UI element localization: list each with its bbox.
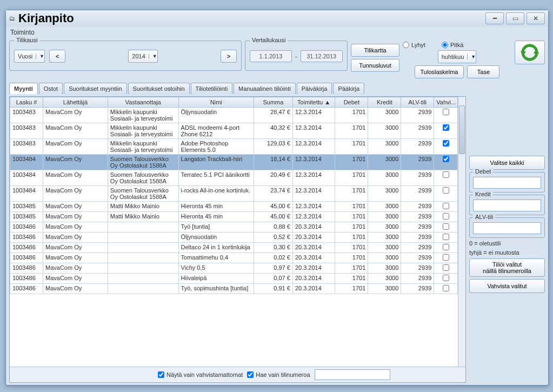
- tilikartta-button[interactable]: Tilikartta: [351, 44, 399, 57]
- refresh-icon: [519, 43, 540, 62]
- tab-tiliotetiliointi[interactable]: Tiliotetiliöinti: [191, 83, 233, 94]
- chevron-down-icon: ▼: [467, 54, 476, 59]
- minimize-button[interactable]: ━: [485, 12, 504, 24]
- compare-to-input[interactable]: [301, 50, 343, 62]
- table-row[interactable]: 1003485MavaCom OyMatti Mikko MainioHiero…: [10, 212, 458, 222]
- close-button[interactable]: ✕: [527, 12, 545, 24]
- col-toimitettu[interactable]: Toimitettu ▲: [292, 97, 335, 108]
- col-lasku[interactable]: Lasku #: [10, 97, 43, 108]
- col-alvtili[interactable]: ALV-tili: [401, 97, 434, 108]
- window-title: Kirjanpito: [18, 11, 74, 25]
- col-lahettaja[interactable]: Lähettäjä: [43, 97, 108, 108]
- vahvi-checkbox[interactable]: [443, 140, 449, 147]
- vahvi-checkbox[interactable]: [443, 285, 449, 291]
- col-debet[interactable]: Debet: [335, 97, 368, 108]
- table-row[interactable]: 1003486MavaCom OyHiivaleipä0,07 €20.3.20…: [10, 274, 458, 284]
- table-row[interactable]: 1003486MavaCom OyTomaattimehu 0,40,02 €2…: [10, 253, 458, 263]
- year-value: 2014: [129, 53, 148, 59]
- col-vastaanottaja[interactable]: Vastaanottaja: [108, 97, 178, 108]
- chevron-down-icon: ▼: [149, 54, 157, 59]
- hint-oletustili: 0 = oletustili: [469, 240, 545, 247]
- tab-manuaalinen[interactable]: Manuaalinen tiliöinti: [234, 83, 296, 94]
- vuosi-dropdown[interactable]: Vuosi ▼: [14, 50, 45, 63]
- tab-ostot[interactable]: Ostot: [39, 83, 63, 94]
- vahvi-checkbox[interactable]: [443, 156, 449, 162]
- col-vahvi[interactable]: Vahvi...: [434, 97, 458, 108]
- tab-myynti[interactable]: Myynti: [9, 83, 38, 94]
- alvtili-label: ALV-tili: [473, 214, 495, 220]
- vahvi-checkbox[interactable]: [443, 124, 449, 131]
- debet-label: Debet: [473, 168, 493, 175]
- table-row[interactable]: 1003486MavaCom OyÖljynsuodatin0,52 €20.3…: [10, 232, 458, 243]
- table-row[interactable]: 1003486MavaCom OyTyö [tuntia]0,88 €20.3.…: [10, 222, 458, 232]
- titlebar: 🗂 Kirjanpito ━ ▭ ✕: [6, 10, 548, 26]
- fieldset-vertailukausi: Vertailukausi -: [245, 41, 348, 71]
- vahvi-checkbox[interactable]: [443, 171, 449, 178]
- next-year-button[interactable]: >: [221, 50, 237, 63]
- table-row[interactable]: 1003483MavaCom OyMikkelin kaupunki Sosia…: [10, 123, 458, 139]
- fieldset-tilikausi: Tilikausi Vuosi ▼ < 2014 ▼ >: [9, 41, 242, 71]
- refresh-button[interactable]: [515, 41, 545, 64]
- menu-toiminto[interactable]: Toiminto: [10, 29, 35, 36]
- hint-muutos: tyhjä = ei muutosta: [469, 249, 545, 256]
- vahvi-checkbox[interactable]: [443, 275, 449, 281]
- col-nimi[interactable]: Nimi: [178, 97, 254, 108]
- lyhyt-radio[interactable]: Lyhyt: [403, 42, 425, 48]
- vuosi-label: Vuosi: [15, 53, 36, 59]
- vahvi-checkbox[interactable]: [443, 213, 449, 220]
- tuloslaskelma-button[interactable]: Tuloslaskelma: [415, 65, 464, 78]
- table-row[interactable]: 1003483MavaCom OyMikkelin kaupunki Sosia…: [10, 139, 458, 155]
- vahvi-checkbox[interactable]: [443, 203, 449, 209]
- year-dropdown[interactable]: 2014 ▼: [128, 50, 157, 63]
- col-kredit[interactable]: Kredit: [368, 97, 401, 108]
- compare-from-input[interactable]: [250, 50, 292, 62]
- vertailukausi-legend: Vertailukausi: [250, 37, 288, 43]
- tunnusluvut-button[interactable]: Tunnusluvut: [351, 59, 399, 72]
- tab-paivakirja[interactable]: Päiväkirja: [297, 83, 332, 94]
- vahvi-checkbox[interactable]: [443, 234, 449, 240]
- kredit-label: Kredit: [473, 191, 493, 197]
- vahvi-checkbox[interactable]: [443, 244, 449, 250]
- app-icon: 🗂: [9, 15, 15, 22]
- search-tilinumero-input[interactable]: [315, 369, 390, 380]
- month-dropdown[interactable]: huhtikuu ▼: [438, 50, 477, 63]
- month-value: huhtikuu: [438, 54, 468, 60]
- col-summa[interactable]: Summa: [254, 97, 293, 108]
- vahvi-checkbox[interactable]: [443, 223, 449, 230]
- maximize-button[interactable]: ▭: [506, 12, 524, 24]
- table-footer: Näytä vain vahvistamattomat Hae vain til…: [10, 367, 465, 382]
- hae-vain-checkbox[interactable]: Hae vain tilinumeroa: [247, 371, 310, 378]
- prev-year-button[interactable]: <: [49, 50, 65, 63]
- tab-paakirja[interactable]: Pääkirja: [333, 83, 364, 94]
- table-row[interactable]: 1003486MavaCom OyTyö, sopimushinta [tunt…: [10, 284, 458, 294]
- table-row[interactable]: 1003484MavaCom OySuomen Talousverkko Oy …: [10, 155, 458, 170]
- date-sep: -: [295, 53, 297, 59]
- pitka-radio[interactable]: Pitkä: [442, 42, 463, 48]
- tilikausi-legend: Tilikausi: [14, 37, 39, 43]
- table-row[interactable]: 1003484MavaCom OySuomen Talousverkko Oy …: [10, 170, 458, 186]
- data-table: Lasku # Lähettäjä Vastaanottaja Nimi Sum…: [9, 96, 466, 383]
- tab-suoritukset-myyntiin[interactable]: Suoritukset myyntiin: [64, 83, 126, 94]
- app-window: 🗂 Kirjanpito ━ ▭ ✕ Toiminto Tilikausi Vu…: [5, 10, 549, 386]
- vahvista-valitut-button[interactable]: Vahvista valitut: [469, 279, 545, 293]
- svg-marker-1: [534, 49, 539, 54]
- vahvi-checkbox[interactable]: [443, 109, 449, 115]
- tase-button[interactable]: Tase: [467, 65, 499, 78]
- alvtili-input[interactable]: [473, 222, 541, 234]
- vertical-scrollbar[interactable]: [458, 97, 465, 367]
- vahvi-checkbox[interactable]: [443, 254, 449, 261]
- table-row[interactable]: 1003483MavaCom OyMikkelin kaupunki Sosia…: [10, 108, 458, 123]
- vahvi-checkbox[interactable]: [443, 187, 449, 194]
- nayta-vain-checkbox[interactable]: Näytä vain vahvistamattomat: [158, 371, 243, 378]
- debet-input[interactable]: [473, 177, 541, 189]
- kredit-input[interactable]: [473, 200, 541, 211]
- chevron-down-icon: ▼: [36, 54, 44, 59]
- tab-suoritukset-ostoihin[interactable]: Suoritukset ostoihin: [128, 83, 190, 94]
- tilioi-valitut-button[interactable]: Tiliöi valitut näillä tilinumeroilla: [469, 258, 545, 277]
- vahvi-checkbox[interactable]: [443, 264, 449, 271]
- table-row[interactable]: 1003485MavaCom OyMatti Mikko MainioHiero…: [10, 202, 458, 212]
- table-row[interactable]: 1003484MavaCom OySuomen Talousverkko Oy …: [10, 186, 458, 202]
- table-row[interactable]: 1003486MavaCom OyVichy 0,50,97 €20.3.201…: [10, 263, 458, 274]
- table-row[interactable]: 1003486MavaCom OyDeltaco 24 in 1 kortinl…: [10, 243, 458, 253]
- side-panel: Valitse kaikki Debet Kredit ALV-tili 0 =…: [469, 96, 545, 383]
